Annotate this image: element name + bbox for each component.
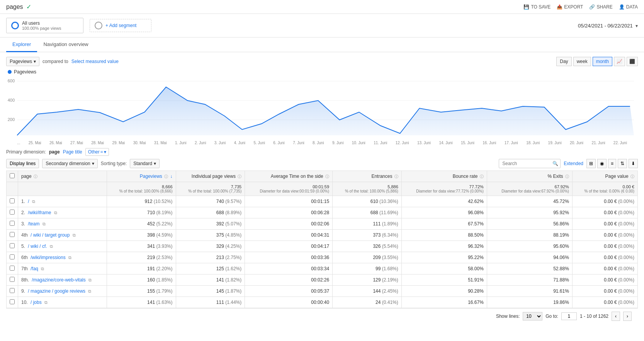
- sorting-dropdown[interactable]: Standard ▾: [130, 159, 160, 168]
- row-checkbox-cell[interactable]: [7, 252, 18, 263]
- col-exits[interactable]: % Exits ⓘ: [487, 171, 572, 182]
- select-all-checkbox[interactable]: [7, 171, 18, 182]
- table-header-row: page ⓘ Pageviews ⓘ ↓ Individual page vie…: [7, 171, 638, 182]
- pagination-next-btn[interactable]: ›: [623, 312, 632, 321]
- col-value-info-icon[interactable]: ⓘ: [630, 174, 634, 179]
- date-range-selector[interactable]: 05/24/2021 - 06/22/2021 ▾: [578, 23, 638, 29]
- col-entrances-info-icon[interactable]: ⓘ: [394, 174, 398, 179]
- period-month-btn[interactable]: month: [593, 57, 612, 66]
- x-label: 15. Juni: [461, 141, 474, 145]
- col-avg-time[interactable]: Average Time on the side ⓘ: [245, 171, 333, 182]
- table-view-btn[interactable]: ⊞: [586, 159, 596, 168]
- save-label: TO SAVE: [531, 4, 551, 10]
- row-bounce: 51.91%: [401, 275, 487, 286]
- row-exits: 94.06%: [487, 252, 572, 263]
- download-btn[interactable]: ⬇: [629, 159, 638, 168]
- col-individual[interactable]: Individual page views ⓘ: [176, 171, 245, 182]
- goto-input[interactable]: [561, 312, 577, 320]
- filter-btn[interactable]: ⇅: [618, 159, 627, 168]
- row-exits: 45.72%: [487, 196, 572, 207]
- row-page-link[interactable]: / wiki / cf.: [28, 244, 47, 249]
- row-pageviews: 341 (3.93%): [107, 241, 176, 252]
- col-bounce[interactable]: Bounce rate ⓘ: [401, 171, 487, 182]
- x-label: 17. Juni: [505, 141, 518, 145]
- row-page-link[interactable]: /wiki/iframe: [28, 210, 51, 215]
- col-value-label: Page value: [605, 174, 629, 179]
- row-checkbox-cell[interactable]: [7, 230, 18, 241]
- share-icon: 🔗: [589, 4, 595, 10]
- row-checkbox-cell[interactable]: [7, 275, 18, 286]
- row-checkbox-cell[interactable]: [7, 207, 18, 218]
- data-action[interactable]: 👤 DATA: [619, 4, 638, 10]
- copy-icon[interactable]: ⧉: [32, 199, 35, 204]
- copy-icon[interactable]: ⧉: [73, 233, 76, 237]
- row-avg-time: 00:04:17: [245, 241, 333, 252]
- copy-icon[interactable]: ⧉: [54, 210, 57, 215]
- row-page-link[interactable]: / jobs: [31, 300, 42, 305]
- copy-icon[interactable]: ⧉: [44, 300, 48, 305]
- row-checkbox-cell[interactable]: [7, 286, 18, 297]
- dimension-page-link[interactable]: page: [49, 149, 60, 155]
- row-checkbox-cell[interactable]: [7, 196, 18, 207]
- dimension-page-title-link[interactable]: Page title: [63, 149, 82, 155]
- compared-to-label: compared to: [42, 59, 68, 64]
- totals-row: 8,666 % of the total: 100.00% (8,666) 7,…: [7, 182, 638, 196]
- row-page-link[interactable]: / magazine / google reviews: [28, 288, 85, 294]
- secondary-dimension-dropdown[interactable]: Secondary dimension ▾: [42, 159, 97, 168]
- col-page-info-icon[interactable]: ⓘ: [34, 174, 37, 179]
- row-exits: 91.61%: [487, 286, 572, 297]
- line-chart-btn[interactable]: 📈: [614, 57, 625, 66]
- row-pageviews: 452 (5.22%): [107, 218, 176, 230]
- pagination-prev-btn[interactable]: ‹: [612, 312, 620, 321]
- pageviews-dropdown[interactable]: Pageviews ▾: [6, 57, 39, 66]
- tab-explorer[interactable]: Explorer: [6, 38, 37, 52]
- toolbar-right: 🔍 Extended ⊞ ◉ ≡ ⇅ ⬇: [499, 159, 638, 168]
- copy-icon[interactable]: ⧉: [50, 244, 53, 249]
- row-page-link[interactable]: /: [28, 199, 29, 204]
- copy-icon[interactable]: ⧉: [68, 255, 71, 260]
- col-entrances[interactable]: Entrances ⓘ: [333, 171, 402, 182]
- select-measured-link[interactable]: Select measured value: [71, 59, 119, 64]
- copy-icon[interactable]: ⧉: [42, 222, 46, 226]
- tab-navigation-overview[interactable]: Navigation overview: [37, 38, 94, 52]
- col-bounce-info-icon[interactable]: ⓘ: [480, 174, 484, 179]
- show-lines-select[interactable]: 10 25 50 100: [523, 312, 542, 321]
- display-lines-btn[interactable]: Display lines: [6, 159, 39, 168]
- dimension-other-dropdown[interactable]: Other = ▾: [85, 148, 109, 156]
- row-exits: 88.19%: [487, 230, 572, 241]
- col-value[interactable]: Page value ⓘ: [572, 171, 637, 182]
- search-input[interactable]: [499, 159, 561, 168]
- totals-exits-cell: 67.92% Diameter for data view:67.92% (0.…: [487, 182, 572, 196]
- share-action[interactable]: 🔗 SHARE: [589, 4, 612, 10]
- row-entrances: 129 (2.19%): [333, 275, 402, 286]
- copy-icon[interactable]: ⧉: [41, 266, 44, 271]
- row-checkbox-cell[interactable]: [7, 263, 18, 275]
- copy-icon[interactable]: ⧉: [88, 278, 92, 282]
- save-action[interactable]: 💾 TO SAVE: [523, 4, 551, 10]
- row-checkbox-cell[interactable]: [7, 241, 18, 252]
- add-segment-label: + Add segment: [105, 23, 136, 28]
- col-pageviews-info-icon[interactable]: ⓘ: [164, 174, 168, 179]
- extended-btn[interactable]: Extended: [562, 159, 585, 168]
- bar-chart-btn[interactable]: ⬛: [627, 57, 638, 66]
- row-checkbox-cell[interactable]: [7, 297, 18, 308]
- bar-view-btn[interactable]: ≡: [608, 159, 616, 168]
- segment-info: All users 100.00% page views: [22, 20, 61, 31]
- row-page-link[interactable]: /faq: [31, 266, 38, 271]
- row-page-link[interactable]: /team: [28, 221, 39, 227]
- period-day-btn[interactable]: Day: [556, 57, 571, 66]
- add-segment-btn[interactable]: + Add segment: [90, 19, 151, 32]
- col-avg-time-info-icon[interactable]: ⓘ: [325, 174, 329, 179]
- period-week-btn[interactable]: week: [573, 57, 591, 66]
- row-page-link[interactable]: /wiki/impressions: [31, 255, 66, 260]
- copy-icon[interactable]: ⧉: [88, 289, 91, 293]
- col-exits-info-icon[interactable]: ⓘ: [565, 174, 569, 179]
- col-individual-info-icon[interactable]: ⓘ: [238, 174, 241, 179]
- pie-chart-btn[interactable]: ◉: [597, 159, 607, 168]
- all-users-segment[interactable]: All users 100.00% page views: [6, 18, 83, 33]
- row-page-link[interactable]: / wiki / target group: [31, 232, 70, 238]
- export-action[interactable]: 📤 EXPORT: [557, 4, 583, 10]
- col-pageviews[interactable]: Pageviews ⓘ ↓: [107, 171, 176, 182]
- row-page-link[interactable]: /magazine/core-web-vitals: [32, 277, 85, 283]
- row-checkbox-cell[interactable]: [7, 218, 18, 230]
